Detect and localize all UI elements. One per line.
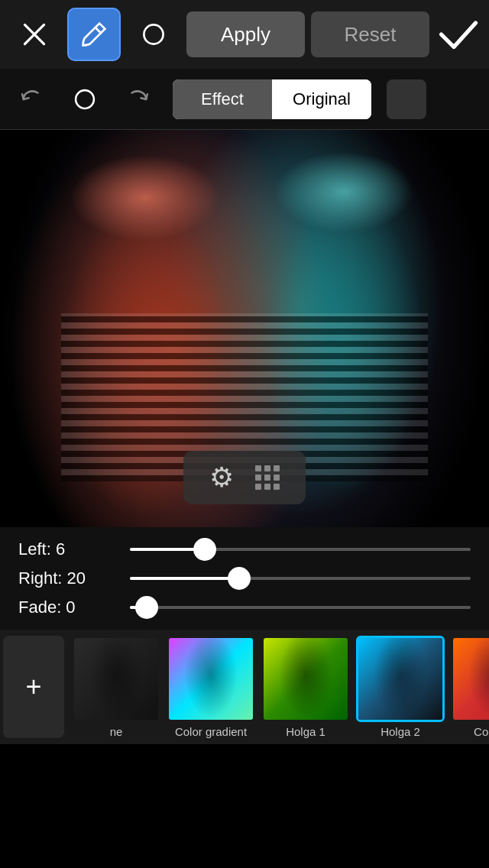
brush-tool-button[interactable] <box>67 8 121 61</box>
second-toolbar: Effect Original <box>0 69 489 130</box>
gear-icon: ⚙ <box>209 462 234 494</box>
add-effect-button[interactable]: + <box>3 636 64 738</box>
film-item-holga1[interactable]: Holga 1 <box>260 636 351 738</box>
mask-circle-button[interactable] <box>66 80 104 118</box>
right-slider-row: Right: 20 <box>18 568 471 588</box>
reset-button[interactable]: Reset <box>311 11 429 57</box>
fade-slider-track[interactable] <box>130 606 471 609</box>
film-item-color-gradient[interactable]: Color gradient <box>165 636 257 738</box>
right-slider-track[interactable] <box>130 577 471 580</box>
confirm-button[interactable] <box>436 11 481 57</box>
effect-tab[interactable]: Effect <box>173 79 272 119</box>
fade-slider-label: Fade: 0 <box>18 598 118 617</box>
fade-slider-row: Fade: 0 <box>18 598 471 617</box>
sliders-panel: Left: 6 Right: 20 Fade: 0 <box>0 527 489 630</box>
film-item-none[interactable]: ne <box>70 636 162 738</box>
left-slider-row: Left: 6 <box>18 539 471 559</box>
svg-point-3 <box>144 24 163 44</box>
svg-point-4 <box>76 90 94 108</box>
top-toolbar: Apply Reset <box>0 0 489 69</box>
effect-original-toggle: Effect Original <box>173 79 371 119</box>
fade-slider-thumb[interactable] <box>135 596 158 619</box>
film-label-color-gradient: Color gradient <box>175 725 247 738</box>
film-thumb-colors1 <box>451 636 489 722</box>
film-label-colors1: Colors 1 <box>474 725 489 738</box>
image-canvas[interactable]: ⚙ <box>0 130 489 527</box>
thumbnail-preview-button[interactable] <box>387 79 426 119</box>
film-label-holga2: Holga 2 <box>381 725 420 738</box>
film-thumb-holga2 <box>356 636 445 722</box>
right-slider-label: Right: 20 <box>18 568 118 588</box>
film-thumb-color-gradient <box>167 636 255 722</box>
left-slider-label: Left: 6 <box>18 539 118 559</box>
redo-button[interactable] <box>119 80 157 118</box>
svg-line-2 <box>96 28 101 33</box>
settings-overlay[interactable]: ⚙ <box>183 451 306 504</box>
right-slider-fill <box>130 577 239 580</box>
left-slider-track[interactable] <box>130 548 471 551</box>
film-item-holga2[interactable]: Holga 2 <box>355 636 446 738</box>
circle-tool-button[interactable] <box>127 8 180 61</box>
filmstrip: + ne Color gradient Holga 1 <box>0 630 489 744</box>
apply-button[interactable]: Apply <box>186 11 305 57</box>
undo-button[interactable] <box>12 80 50 118</box>
film-label-none: ne <box>110 725 123 738</box>
close-button[interactable] <box>8 8 61 61</box>
right-slider-thumb[interactable] <box>228 567 251 590</box>
film-item-colors1[interactable]: Colors 1 <box>449 636 489 738</box>
left-slider-thumb[interactable] <box>193 538 216 561</box>
original-tab[interactable]: Original <box>272 79 371 119</box>
grid-icon <box>255 465 280 490</box>
film-thumb-holga1 <box>261 636 350 722</box>
film-label-holga1: Holga 1 <box>286 725 325 738</box>
film-thumb-none <box>72 636 160 722</box>
